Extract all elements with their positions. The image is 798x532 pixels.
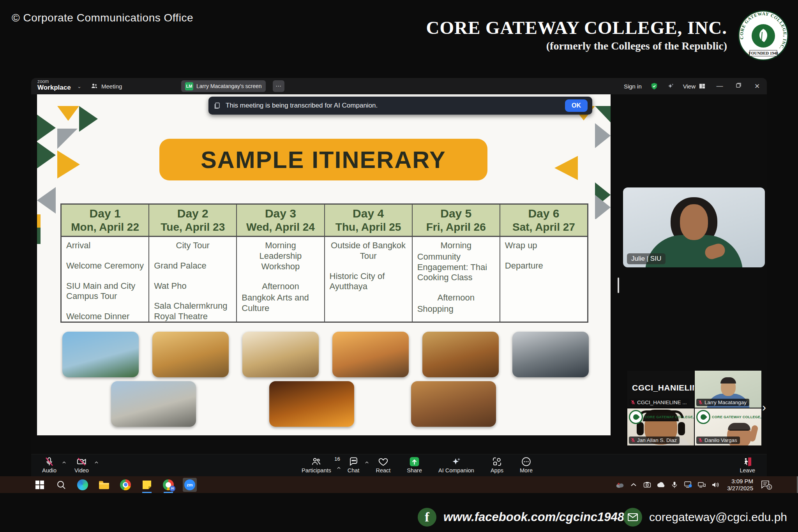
tray-speaker-icon[interactable]: [711, 481, 720, 489]
sign-in-button[interactable]: Sign in: [624, 83, 642, 90]
ok-button[interactable]: OK: [565, 99, 588, 112]
participant-tile[interactable]: CGCI_HANIELIN...CGCI_HANIELINE ...: [627, 371, 694, 408]
taskbar-edge-icon[interactable]: [76, 478, 90, 492]
panel-resize-handle[interactable]: [618, 277, 619, 293]
grand-palace-photo: [152, 332, 229, 377]
chevron-up-icon[interactable]: [94, 459, 99, 462]
tab-screen-share[interactable]: LM Larry Macatangay's screen: [181, 80, 266, 92]
view-label: View: [683, 83, 696, 90]
chat-label: Chat: [348, 467, 360, 474]
itinerary-day: Day 5: [440, 207, 471, 221]
itinerary-day: Day 4: [353, 207, 384, 221]
chevron-up-icon[interactable]: [337, 465, 341, 468]
close-button[interactable]: ✕: [752, 82, 762, 90]
ai-companion-button[interactable]: AI Companion: [436, 454, 477, 474]
taskbar-file-explorer-icon[interactable]: [97, 478, 111, 492]
tray-chevron-up-icon[interactable]: [629, 481, 638, 489]
itinerary-item: Outside of Bangkok Tour: [330, 240, 407, 262]
facebook-link[interactable]: f www.facebook.com/cgcinc1948: [418, 508, 624, 527]
itinerary-cell: ArrivalWelcome CeremonySIU Main and City…: [62, 237, 148, 322]
restore-button[interactable]: [733, 82, 743, 90]
email-icon: [623, 508, 642, 527]
slide-title-banner: SAMPLE ITINERARY: [159, 139, 487, 180]
chevron-up-icon[interactable]: [62, 459, 66, 462]
mic-muted-icon: [630, 400, 636, 405]
taskbar-search-icon[interactable]: [54, 478, 68, 492]
itinerary-item: Afternoon: [242, 281, 319, 292]
chevron-up-icon[interactable]: [365, 459, 369, 462]
taskbar-chrome-profile-icon[interactable]: H: [161, 478, 175, 492]
taskbar-clock[interactable]: 3:09 PM3/27/2025: [727, 478, 753, 492]
chat-button[interactable]: Chat: [345, 454, 362, 474]
tab-meeting[interactable]: Meeting: [90, 78, 122, 94]
taskbar-sticky-notes-icon[interactable]: [140, 478, 154, 492]
next-participants-icon[interactable]: ›: [762, 401, 766, 413]
itinerary-date: Thu, April 25: [335, 221, 401, 234]
audio-button[interactable]: Audio: [40, 454, 59, 474]
ai-companion-label: AI Companion: [438, 467, 474, 474]
tray-camera-icon[interactable]: [643, 481, 651, 489]
itinerary-cell: City TourGrand PalaceWat PhoSala Chalerm…: [149, 237, 236, 322]
siu-campus-photo: [62, 332, 139, 377]
itinerary-date: Sat, April 27: [512, 221, 575, 234]
slide-decoration-right: [537, 106, 611, 219]
itinerary-cell: Morning Leadership WorkshopAfternoonBang…: [237, 237, 324, 322]
wat-pho-buddha-photo: [269, 381, 354, 427]
participants-button[interactable]: 16Participants: [299, 454, 334, 474]
taskbar-zoom-app-icon[interactable]: zm: [183, 478, 197, 492]
security-shield-icon[interactable]: [650, 82, 658, 90]
participants-icon: [311, 456, 321, 467]
share-button[interactable]: Share: [404, 454, 424, 474]
tab-meeting-label: Meeting: [101, 83, 122, 90]
participant-tile[interactable]: CORE GATEWAY COLLEGE, INC.Jan Allan S. D…: [627, 408, 694, 445]
tray-weather-icon[interactable]: [616, 481, 624, 489]
logo-banner-text: FOUNDED 1948: [749, 51, 778, 55]
view-button[interactable]: View: [683, 82, 706, 90]
itinerary-item: Departure: [505, 261, 583, 271]
share-tab-more-icon[interactable]: ⋯: [273, 80, 284, 92]
itinerary-day-header: Day 2Tue, April 23: [149, 205, 236, 237]
ai-sparkle-icon[interactable]: [667, 82, 674, 90]
org-header: CORE GATEWAY COLLEGE, INC. (formerly the…: [426, 17, 727, 52]
taskbar-chrome-icon[interactable]: [118, 478, 132, 492]
itinerary-item: Welcome Ceremony: [66, 261, 144, 271]
notifications-icon[interactable]: 5: [761, 480, 772, 490]
itinerary-column: Day 4Thu, April 25Outside of Bangkok Tou…: [325, 205, 413, 322]
participant-display-name: CGCI_HANIELIN...: [632, 383, 694, 392]
zoom-brand-bottom: Workplace: [37, 84, 71, 91]
participant-tile[interactable]: Larry Macatangay: [695, 371, 761, 408]
itinerary-day-header: Day 3Wed, April 24: [237, 205, 324, 237]
tray-onedrive-icon[interactable]: [657, 481, 665, 489]
video-button[interactable]: Video: [72, 454, 91, 474]
windows-taskbar: Hzm 3:09 PM3/27/20255: [0, 476, 798, 493]
itinerary-table: Day 1Mon, April 22ArrivalWelcome Ceremon…: [60, 203, 588, 323]
slide-title: SAMPLE ITINERARY: [201, 146, 446, 173]
itinerary-item: Morning: [417, 240, 495, 251]
leave-button[interactable]: Leave: [737, 454, 757, 474]
itinerary-day: Day 1: [90, 207, 121, 221]
copyright-text: © Corporate Communications Office: [12, 12, 193, 24]
apps-button[interactable]: Apps: [488, 454, 506, 474]
siu-building-photo: [111, 381, 196, 427]
participant-tile[interactable]: CORE GATEWAY COLLEGE, INC.Danilo Vargas: [695, 408, 761, 445]
email-link[interactable]: coregateway@cgci.edu.ph: [623, 508, 787, 527]
workspace-dropdown-icon[interactable]: ⌄: [77, 83, 81, 89]
sparkle-icon: [451, 456, 461, 467]
tray-microphone-icon[interactable]: [670, 481, 679, 489]
tray-network-icon[interactable]: [697, 481, 706, 489]
react-button[interactable]: React: [373, 454, 393, 474]
minimize-button[interactable]: —: [715, 82, 725, 90]
itinerary-date: Tue, April 23: [161, 221, 225, 234]
shared-screen-slide: SAMPLE ITINERARY Day 1Mon, April 22Arriv…: [37, 94, 611, 435]
chat-icon: [348, 456, 359, 467]
share-label: Share: [407, 467, 422, 474]
itinerary-column: Day 5Fri, April 26MorningCommunity Engag…: [413, 205, 500, 322]
speaker-video-tile[interactable]: Julie | SIU: [623, 187, 765, 267]
taskbar-start-icon[interactable]: [33, 478, 47, 492]
more-button[interactable]: More: [517, 454, 535, 474]
participant-name-label: Jan Allan S. Diaz: [629, 437, 680, 444]
tray-screen-share-icon[interactable]: [684, 481, 692, 489]
more-label: More: [520, 467, 533, 474]
mall-atrium-photo: [242, 332, 319, 377]
org-name: CORE GATEWAY COLLEGE, INC.: [426, 17, 727, 38]
